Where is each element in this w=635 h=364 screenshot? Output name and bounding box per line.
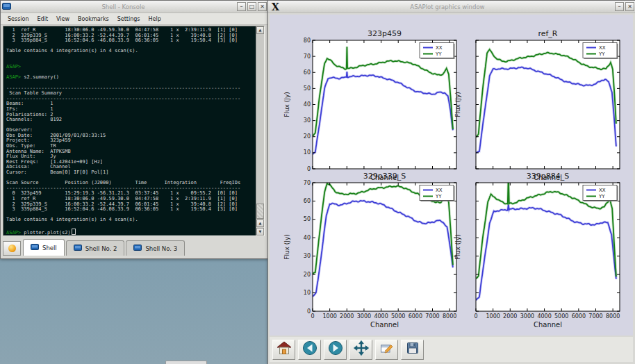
svg-text:10: 10 — [304, 149, 311, 156]
taskbar-peek[interactable] — [165, 361, 207, 364]
svg-text:2000: 2000 — [503, 313, 517, 320]
scroll-up-icon[interactable]: ▲ — [256, 26, 264, 34]
svg-text:60: 60 — [304, 198, 311, 204]
svg-text:6000: 6000 — [572, 313, 586, 320]
svg-text:70: 70 — [304, 53, 311, 60]
mpl-toolbar — [270, 337, 633, 362]
svg-text:80: 80 — [304, 38, 311, 44]
asaplot-title: ASAPlot graphics window — [281, 3, 613, 10]
menu-settings[interactable]: Settings — [113, 16, 145, 22]
new-session-button[interactable] — [3, 241, 21, 256]
svg-text:60: 60 — [304, 69, 311, 76]
figure-canvas[interactable]: Channel01020304050607080323p459Flux (Jy)… — [270, 15, 633, 336]
y-axis-label: Flux (Jy) — [283, 234, 290, 260]
svg-text:XX: XX — [599, 45, 606, 51]
x-axis-label: Channel — [370, 321, 399, 329]
konsole-app-icon — [2, 0, 11, 13]
x-axis-label: Channel — [534, 321, 562, 329]
terminal-cursor — [72, 229, 76, 235]
scrollbar-thumb[interactable] — [256, 204, 264, 219]
pan-button[interactable] — [349, 340, 372, 360]
svg-text:0: 0 — [307, 166, 311, 172]
back-icon — [302, 340, 318, 358]
svg-text:0: 0 — [311, 313, 314, 320]
menu-edit[interactable]: Edit — [33, 16, 53, 22]
home-icon — [277, 340, 292, 358]
svg-text:20: 20 — [304, 272, 311, 278]
svg-text:40: 40 — [304, 101, 311, 108]
konsole-menubar: SessionEditViewBookmarksSettingsHelp — [1, 13, 268, 25]
subplot-323p459: Channel01020304050607080323p459Flux (Jy)… — [283, 29, 456, 181]
svg-text:3000: 3000 — [357, 313, 371, 320]
svg-text:30: 30 — [304, 117, 311, 124]
svg-text:3000: 3000 — [520, 313, 534, 320]
minimize-button[interactable]: – — [237, 2, 246, 11]
close-button[interactable]: ✕ — [258, 2, 267, 11]
menu-session[interactable]: Session — [3, 16, 33, 22]
minimize-button[interactable]: – — [615, 2, 624, 11]
svg-text:10: 10 — [304, 290, 311, 296]
terminal-text: 1 ref_R 18:30:06.0 -49.59.30.0 04:47:58 … — [6, 28, 240, 235]
zoom-rect-button[interactable] — [375, 340, 398, 360]
tab-shell[interactable]: Shell — [23, 239, 65, 256]
x11-icon: X — [270, 1, 281, 13]
scroll-down-icon[interactable]: ▼ — [256, 228, 264, 235]
subplot-title: 339p884_S — [527, 172, 569, 181]
close-button[interactable]: ✕ — [625, 2, 634, 11]
save-button[interactable] — [401, 340, 424, 360]
legend: XXYY — [583, 43, 618, 60]
tab-shell-no-3[interactable]: Shell No. 3 — [126, 240, 185, 256]
zoom-rect-icon — [379, 340, 395, 358]
subplot-title: ref_R — [538, 29, 557, 38]
svg-text:20: 20 — [304, 133, 311, 140]
save-icon — [405, 340, 420, 358]
svg-text:7000: 7000 — [425, 313, 439, 320]
scroll-up2-icon[interactable]: ▲ — [256, 220, 264, 227]
konsole-titlebar[interactable]: Shell - Konsole – □ ✕ — [1, 1, 268, 13]
svg-text:7000: 7000 — [588, 313, 602, 320]
svg-text:0: 0 — [307, 308, 311, 315]
forward-button[interactable] — [324, 340, 347, 360]
subplot-ref_R: Channelref_RFlux (Jy)XXYY — [454, 29, 620, 181]
desktop: Shell - Konsole – □ ✕ SessionEditViewBoo… — [0, 0, 635, 364]
terminal-area[interactable]: 1 ref_R 18:30:06.0 -49.59.30.0 04:47:58 … — [3, 26, 265, 236]
svg-text:30: 30 — [304, 253, 311, 259]
svg-text:YY: YY — [598, 51, 605, 57]
svg-text:70: 70 — [304, 180, 311, 186]
maximize-button[interactable]: □ — [247, 2, 256, 11]
svg-text:50: 50 — [304, 85, 311, 92]
svg-text:2000: 2000 — [340, 313, 354, 320]
home-button[interactable] — [272, 340, 295, 360]
menu-bookmarks[interactable]: Bookmarks — [74, 16, 113, 22]
svg-text:1000: 1000 — [486, 313, 500, 320]
new-session-icon — [8, 245, 16, 252]
menu-view[interactable]: View — [52, 16, 74, 22]
y-axis-label: Flux (Jy) — [283, 92, 290, 117]
back-button[interactable] — [298, 340, 321, 360]
svg-text:6000: 6000 — [409, 313, 422, 320]
svg-text:5000: 5000 — [391, 313, 405, 320]
menu-help[interactable]: Help — [145, 16, 165, 22]
svg-text:40: 40 — [304, 235, 311, 241]
svg-text:8000: 8000 — [443, 313, 456, 320]
subplot-title: 329p339_S — [363, 172, 406, 181]
svg-text:4000: 4000 — [537, 313, 551, 320]
konsole-title: Shell - Konsole — [11, 3, 236, 10]
konsole-tabbar: ShellShell No. 2Shell No. 3 — [3, 238, 266, 256]
svg-text:YY: YY — [598, 194, 605, 199]
svg-text:YY: YY — [435, 51, 442, 57]
subplot-title: 323p459 — [368, 29, 402, 38]
y-axis-label: Flux (Jy) — [454, 234, 461, 260]
terminal-scrollbar[interactable]: ▲ ▲ ▼ — [256, 26, 264, 235]
subplot-339p884_S: 010002000300040005000600070008000339p884… — [454, 172, 620, 329]
svg-text:4000: 4000 — [374, 313, 388, 320]
svg-text:XX: XX — [599, 188, 606, 193]
svg-text:8000: 8000 — [606, 313, 620, 320]
shell-icon — [74, 245, 82, 252]
shell-icon — [31, 244, 39, 251]
tab-shell-no-2[interactable]: Shell No. 2 — [66, 240, 125, 256]
subplot-329p339_S: 0100020003000400050006000700080000102030… — [283, 172, 456, 329]
asaplot-titlebar[interactable]: X ASAPlot graphics window – ✕ — [268, 1, 635, 13]
konsole-window: Shell - Konsole – □ ✕ SessionEditViewBoo… — [0, 0, 269, 259]
svg-text:50: 50 — [304, 216, 311, 222]
